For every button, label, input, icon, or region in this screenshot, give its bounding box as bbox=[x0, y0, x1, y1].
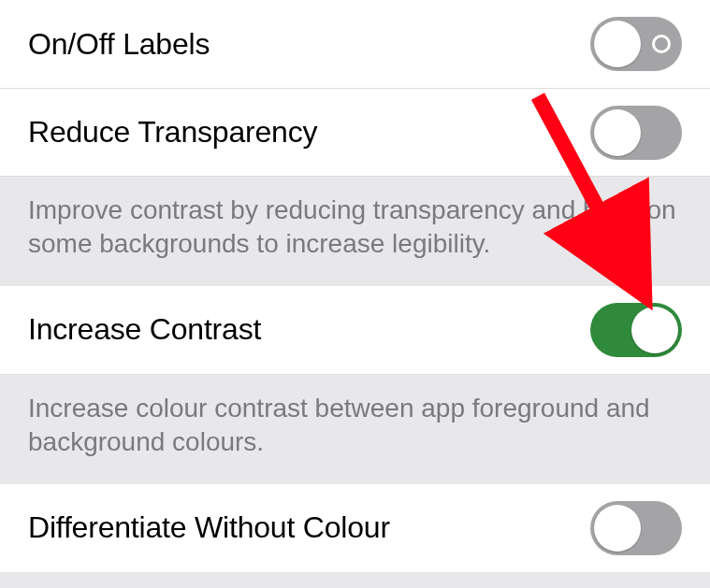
toggle-knob bbox=[594, 21, 641, 67]
onoff-circle-icon bbox=[652, 35, 671, 53]
onoff-labels-toggle[interactable] bbox=[590, 17, 682, 71]
increase-contrast-label: Increase Contrast bbox=[28, 312, 261, 347]
row-increase-contrast: Increase Contrast bbox=[0, 286, 710, 374]
increase-contrast-toggle[interactable] bbox=[590, 303, 682, 357]
toggle-knob bbox=[631, 307, 678, 353]
reduce-transparency-label: Reduce Transparency bbox=[28, 115, 317, 150]
row-reduce-transparency: Reduce Transparency bbox=[0, 88, 710, 176]
row-onoff-labels: On/Off Labels bbox=[0, 0, 710, 88]
toggle-knob bbox=[594, 505, 641, 552]
row-differentiate-colour: Differentiate Without Colour bbox=[0, 484, 710, 572]
onoff-labels-label: On/Off Labels bbox=[28, 27, 210, 62]
differentiate-colour-label: Differentiate Without Colour bbox=[28, 510, 390, 545]
increase-contrast-description: Increase colour contrast between app for… bbox=[0, 374, 710, 484]
settings-list: On/Off Labels Reduce Transparency Improv… bbox=[0, 0, 710, 572]
differentiate-colour-toggle[interactable] bbox=[590, 501, 682, 555]
reduce-transparency-toggle[interactable] bbox=[590, 106, 682, 160]
toggle-knob bbox=[594, 109, 641, 156]
reduce-transparency-description: Improve contrast by reducing transparenc… bbox=[0, 176, 710, 286]
